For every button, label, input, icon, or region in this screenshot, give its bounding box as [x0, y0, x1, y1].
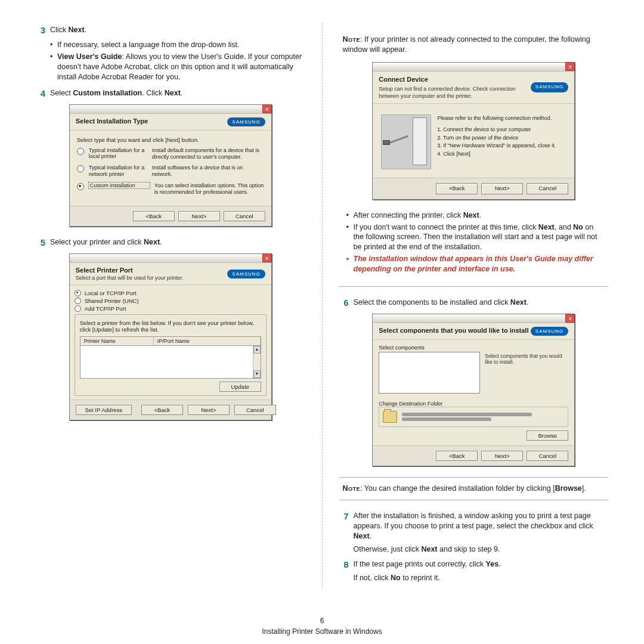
left-column: 3 Click Next. If necessary, select a lan… [36, 23, 320, 588]
connect-device-notes: After connecting the printer, click Next… [346, 210, 605, 274]
radio-custom[interactable]: Custom installation You can select insta… [77, 182, 264, 196]
text: The installation window that appears in … [354, 255, 593, 273]
text: Select the components to be installed an… [354, 298, 510, 306]
device-illustration [381, 114, 431, 169]
note-label: Note [343, 35, 361, 44]
destination-label: Change Destination Folder [379, 401, 568, 407]
step-8: 8 If the test page prints out correctly,… [339, 559, 609, 583]
samsung-logo: SAMSUNG [227, 117, 265, 126]
step-number: 6 [337, 298, 349, 308]
step-3: 3 Click Next. [36, 25, 305, 35]
text: . [181, 89, 182, 97]
text: Click [50, 26, 69, 34]
close-icon[interactable]: × [262, 253, 272, 262]
radio-add-tcpip[interactable]: Add TCP/IP Port [75, 305, 267, 312]
text-bold: Next [144, 238, 160, 246]
cancel-button[interactable]: Cancel [234, 405, 276, 415]
radio-icon [77, 183, 84, 190]
step-text: 4. Click [Next] [437, 150, 566, 159]
radio-icon [75, 290, 81, 296]
radio-typical-network[interactable]: Typical installation for a network print… [77, 165, 264, 178]
back-button[interactable]: <Back [133, 211, 175, 221]
printer-list-group: Select a printer from the list below. If… [75, 314, 267, 396]
step-number: 4 [33, 88, 45, 98]
close-icon[interactable]: × [565, 314, 575, 323]
text: . [85, 26, 86, 34]
text: Select [50, 89, 73, 97]
dialog-body: Select components Select components that… [373, 340, 574, 398]
next-button[interactable]: Next> [481, 451, 523, 461]
dialog-select-components: × Select components that you would like … [372, 314, 575, 466]
text: . [479, 211, 481, 219]
text: After the installation is finished, a wi… [354, 512, 593, 530]
scroll-up-icon[interactable]: ▲ [253, 346, 261, 354]
text-bold: Next [354, 532, 370, 540]
text-bold: Next [463, 211, 479, 219]
step-text: 2. Turn on the power of the device [437, 134, 566, 143]
col-ip-port: IP/Port Name [154, 337, 261, 345]
destination-path [379, 407, 568, 427]
radio-typical-local[interactable]: Typical installation for a local printer… [77, 147, 264, 161]
bullet: If you don't want to connect the printer… [346, 222, 605, 253]
step-number: 5 [33, 237, 45, 247]
text: If not, click [354, 574, 391, 582]
cancel-button[interactable]: Cancel [527, 183, 568, 194]
text-bold: Custom installation [73, 89, 142, 97]
close-icon[interactable]: × [565, 62, 575, 71]
text: After connecting the printer, click [354, 211, 463, 219]
dialog-buttons: <Back Next> Cancel [373, 178, 574, 199]
next-button[interactable]: Next> [481, 183, 523, 194]
instruction: Select a printer from the list below. If… [80, 320, 261, 333]
text: ]. [582, 484, 586, 493]
dialog-subtitle: Setup can not find a connected device. C… [379, 85, 531, 100]
text: . Click [142, 89, 165, 97]
footer-text: Installing Printer Software in Windows [0, 627, 644, 636]
set-ip-button[interactable]: Set IP Address [76, 405, 132, 415]
text: , and [555, 223, 573, 231]
next-button[interactable]: Next> [178, 211, 220, 221]
radio-desc: Install softwares for a device that is o… [152, 165, 264, 178]
text: . [370, 532, 371, 540]
step-number: 8 [337, 559, 349, 583]
radio-local-tcpip[interactable]: Local or TCP/IP Port [75, 290, 267, 296]
radio-shared-unc[interactable]: Shared Printer (UNC) [75, 298, 267, 304]
dialog-subtitle: Select a port that will be used for your… [76, 275, 228, 281]
cancel-button[interactable]: Cancel [527, 451, 568, 461]
column-divider [322, 23, 323, 588]
scroll-down-icon[interactable]: ▼ [253, 370, 261, 378]
text: If necessary, select a language from the… [57, 41, 239, 49]
back-button[interactable]: <Back [436, 183, 478, 194]
titlebar: × [70, 254, 271, 263]
dialog-buttons: <Back Next> Cancel [373, 445, 574, 466]
step-7: 7 After the installation is finished, a … [339, 511, 609, 555]
scrollbar[interactable]: ▲ ▼ [253, 346, 261, 378]
bullet: View User's Guide: Allows you to view th… [50, 52, 305, 82]
text-bold: Browse [555, 484, 582, 493]
titlebar: × [70, 105, 271, 114]
samsung-logo: SAMSUNG [531, 82, 568, 92]
radio-label: Typical installation for a local printer [89, 147, 147, 160]
step-number: 7 [337, 511, 349, 555]
back-button[interactable]: <Back [436, 451, 478, 461]
titlebar: × [373, 63, 574, 72]
folder-icon [383, 411, 397, 423]
step-6: 6 Select the components to be installed … [339, 298, 609, 308]
text: If the test page prints out correctly, c… [354, 560, 486, 568]
step-4: 4 Select Custom installation. Click Next… [36, 88, 305, 98]
close-icon[interactable]: × [262, 104, 272, 113]
next-button[interactable]: Next> [188, 405, 230, 415]
radio-desc: Install default components for a device … [152, 147, 264, 161]
text: . [499, 560, 500, 568]
dialog-buttons: Set IP Address <Back Next> Cancel [70, 400, 271, 420]
back-button[interactable]: <Back [141, 405, 183, 415]
browse-button[interactable]: Browse [527, 431, 568, 441]
instruction: Select type that you want and click [Nex… [77, 137, 264, 143]
dialog-title: Select components that you would like to… [379, 327, 531, 334]
cancel-button[interactable]: Cancel [224, 211, 265, 221]
component-listbox[interactable] [379, 352, 480, 394]
dialog-body: Please refer to the following connection… [373, 104, 574, 178]
update-button[interactable]: Update [219, 382, 261, 392]
text: and skip to step 9. [438, 545, 500, 553]
printer-listbox[interactable]: ▲ ▼ [80, 346, 261, 379]
titlebar: × [373, 314, 574, 323]
